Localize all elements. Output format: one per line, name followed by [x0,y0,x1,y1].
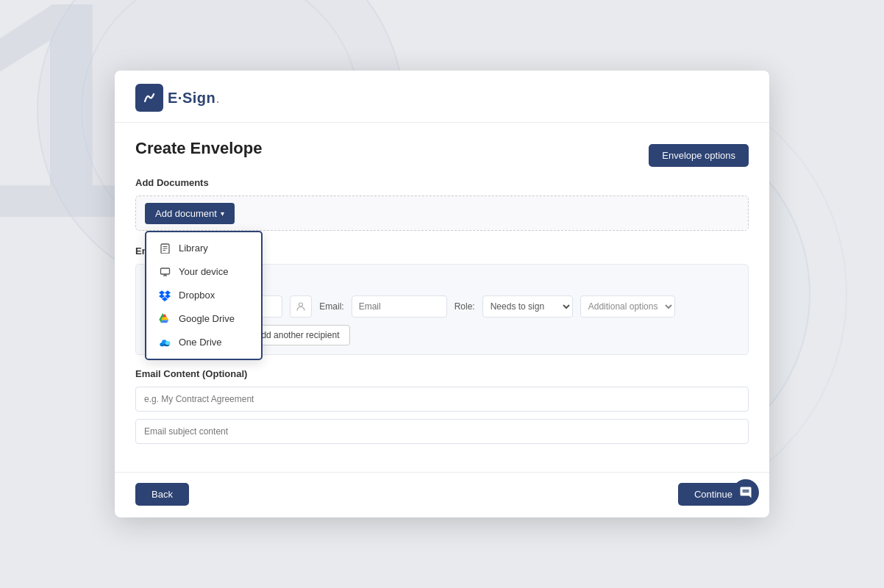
add-documents-heading: Add Documents [135,177,749,188]
envelope-title-input[interactable] [135,387,749,412]
subject-field [135,419,749,444]
dropdown-library-label: Library [179,243,208,254]
envelope-title-field [135,387,749,412]
person-icon [290,295,312,318]
dropdown-item-google-drive[interactable]: Google Drive [146,307,261,331]
svg-point-11 [299,303,303,306]
document-drop-zone: Add document ▾ [135,196,749,231]
dropdown-item-your-device[interactable]: Your device [146,260,261,284]
back-button[interactable]: Back [135,483,189,506]
add-document-label: Add document [155,208,217,219]
svg-rect-4 [160,268,169,274]
subject-input[interactable] [135,419,749,444]
dropdown-item-dropbox[interactable]: Dropbox [146,284,261,307]
email-content-heading: Email Content (Optional) [135,368,749,379]
add-documents-area: Add Documents Add document ▾ [135,177,749,231]
add-doc-container: Add document ▾ [145,203,235,224]
device-icon [158,265,171,279]
add-document-button[interactable]: Add document ▾ [145,203,235,224]
dropdown-item-library[interactable]: Library [146,237,261,260]
title-row: Create Envelope Envelope options [135,139,749,171]
card-footer: Back Continue [115,472,769,517]
dropbox-icon [158,289,171,302]
dropdown-item-one-drive[interactable]: One Drive [146,331,261,354]
dropdown-google-drive-label: Google Drive [179,313,235,324]
role-label: Role: [455,301,475,312]
logo-icon [135,84,163,112]
email-section: Email Content (Optional) [135,368,749,444]
dropdown-dropbox-label: Dropbox [179,290,215,301]
logo-text: E·Sign. [168,90,220,107]
chevron-down-icon: ▾ [221,209,224,218]
envelope-options-button[interactable]: Envelope options [649,144,749,167]
email-input[interactable] [352,295,447,318]
dropdown-device-label: Your device [179,266,228,277]
card-header: E·Sign. [115,71,769,123]
card-body: Create Envelope Envelope options Add Doc… [115,123,769,472]
svg-point-10 [165,341,171,345]
library-icon [158,242,171,255]
add-document-dropdown: Library Your device [145,231,263,360]
main-card: E·Sign. Create Envelope Envelope options… [115,71,769,517]
page-title: Create Envelope [135,139,262,158]
dropdown-one-drive-label: One Drive [179,337,222,348]
logo: E·Sign. [135,84,220,112]
role-select[interactable]: Needs to sign Receives a copy In person … [482,295,573,318]
chat-bubble[interactable] [732,479,759,506]
email-label: Email: [319,301,343,312]
one-drive-icon [158,336,171,349]
google-drive-icon [158,312,171,326]
additional-options-select[interactable]: Additional options [580,295,675,318]
